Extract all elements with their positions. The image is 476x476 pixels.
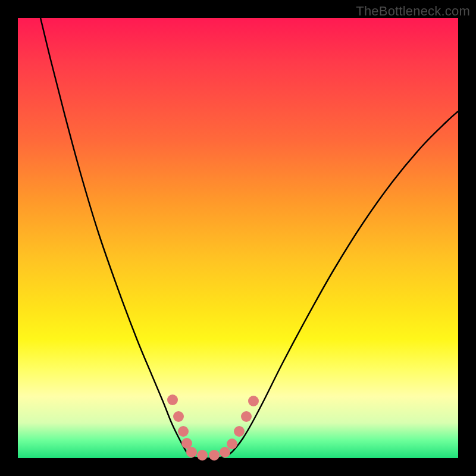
marker-dot (197, 450, 208, 461)
bottleneck-curve (40, 18, 458, 458)
curve-layer (18, 18, 458, 458)
watermark-text: TheBottleneck.com (356, 4, 470, 19)
marker-dot (178, 426, 189, 437)
outer-frame: TheBottleneck.com (0, 0, 476, 476)
marker-dot (209, 450, 220, 461)
marker-dot (173, 411, 184, 422)
marker-dot (186, 447, 197, 458)
marker-dot (227, 439, 237, 449)
marker-dot (234, 426, 245, 437)
marker-dots-group (167, 394, 259, 461)
marker-dot (167, 394, 178, 405)
marker-dot (241, 411, 252, 422)
marker-dot (220, 447, 230, 458)
marker-dot (248, 396, 259, 406)
